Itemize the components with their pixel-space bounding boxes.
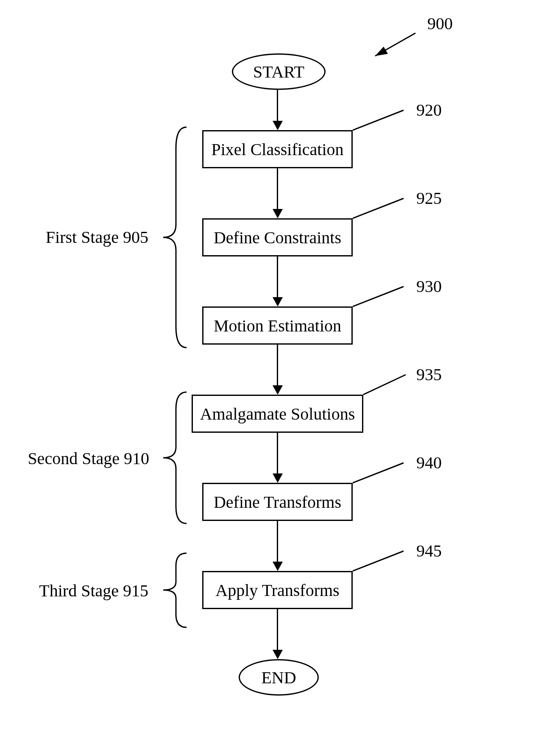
svg-line-7 — [353, 551, 404, 571]
box-935-label: Amalgamate Solutions — [200, 404, 355, 424]
arrow-head-935-940 — [273, 473, 283, 483]
ref-930: 930 — [416, 276, 442, 296]
svg-line-4 — [353, 287, 404, 306]
leader-940 — [353, 459, 412, 484]
arrow-head-920-925 — [273, 209, 283, 218]
end-label: END — [261, 668, 296, 688]
box-920: Pixel Classification — [202, 130, 353, 168]
ref-925: 925 — [416, 188, 442, 208]
box-945-label: Apply Transforms — [215, 580, 339, 600]
arrow-start-920 — [277, 89, 278, 122]
leader-920 — [353, 106, 412, 131]
leader-945 — [353, 547, 412, 572]
svg-line-2 — [353, 110, 404, 130]
box-930: Motion Estimation — [202, 306, 353, 345]
arrow-930-935 — [277, 345, 278, 386]
stage-1-label: First Stage 905 — [34, 227, 148, 247]
flowchart-container: 900 START Pixel Classification 920 Defin… — [0, 0, 560, 735]
leader-930 — [353, 282, 412, 308]
box-930-label: Motion Estimation — [214, 316, 341, 336]
ref-920: 920 — [416, 100, 442, 120]
brace-stage-1 — [157, 123, 191, 352]
end-terminal: END — [239, 659, 319, 696]
arrow-935-940 — [277, 433, 278, 474]
stage-3-label: Third Stage 915 — [28, 581, 148, 601]
arrow-900 — [365, 30, 420, 64]
diagram-ref-900: 900 — [427, 14, 453, 33]
arrow-920-925 — [277, 168, 278, 210]
arrow-head-925-930 — [273, 297, 283, 306]
ref-940: 940 — [416, 453, 442, 473]
arrow-945-end — [277, 609, 278, 651]
arrow-head-start-920 — [273, 121, 283, 130]
box-920-label: Pixel Classification — [211, 139, 343, 159]
svg-line-5 — [363, 375, 406, 395]
arrow-head-940-945 — [273, 562, 283, 571]
svg-marker-1 — [375, 47, 388, 56]
start-label: START — [253, 62, 304, 82]
box-925-label: Define Constraints — [214, 228, 341, 248]
stage-2-label: Second Stage 910 — [18, 448, 149, 468]
svg-line-3 — [353, 198, 404, 218]
arrow-940-945 — [277, 521, 278, 562]
arrow-head-945-end — [273, 650, 283, 659]
ref-935: 935 — [416, 365, 442, 384]
box-940-label: Define Transforms — [214, 492, 341, 512]
leader-925 — [353, 194, 412, 220]
svg-line-6 — [353, 463, 404, 483]
box-935: Amalgamate Solutions — [192, 395, 363, 433]
ref-945: 945 — [416, 541, 442, 561]
brace-stage-3 — [157, 549, 191, 632]
leader-935 — [363, 370, 414, 396]
box-945: Apply Transforms — [202, 571, 353, 609]
start-terminal: START — [232, 53, 326, 90]
arrow-head-930-935 — [273, 385, 283, 395]
brace-stage-2 — [157, 388, 191, 528]
box-940: Define Transforms — [202, 483, 353, 521]
box-925: Define Constraints — [202, 218, 353, 256]
arrow-925-930 — [277, 256, 278, 298]
